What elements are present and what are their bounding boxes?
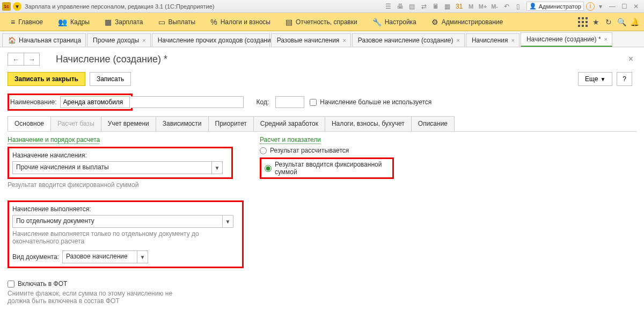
exec-note: Начисление выполняется только по отдельн… [12, 230, 227, 245]
inner-tab-priority[interactable]: Приоритет [208, 116, 254, 131]
save-button[interactable]: Записать [90, 72, 131, 86]
inner-tab-main[interactable]: Основное [8, 116, 51, 131]
maximize-icon[interactable]: ☐ [619, 2, 629, 11]
action-toolbar: Записать и закрыть Записать Еще▼ ? [8, 72, 636, 86]
info-chevron-icon[interactable]: ▾ [596, 2, 605, 11]
assign-select[interactable]: Прочие начисления и выплаты ▼ [12, 161, 223, 174]
close-icon[interactable]: × [457, 37, 460, 44]
name-input[interactable] [60, 96, 130, 108]
tab-onetime-accrual-create[interactable]: Разовое начисление (создание)× [352, 33, 465, 47]
compare-icon[interactable]: ⇄ [419, 2, 429, 11]
history-icon[interactable]: ↻ [602, 18, 615, 26]
right-column: Расчет и показатели Результат рассчитыва… [260, 136, 496, 305]
close-icon[interactable]: × [342, 37, 346, 44]
home-icon: 🏠 [8, 37, 16, 44]
not-used-label: Начисление больше не используется [320, 98, 431, 106]
table-icon: ▦ [105, 18, 112, 26]
window-title: Зарплата и управление персоналом, редакц… [25, 3, 214, 10]
exec-label: Начисление выполняется: [12, 205, 239, 213]
chevron-down-icon[interactable]: ▼ [222, 216, 233, 227]
chevron-down-icon: ▼ [600, 76, 605, 82]
user-chip[interactable]: 👤 Администратор [526, 2, 584, 11]
star-icon[interactable]: ★ [589, 18, 602, 26]
doctype-select[interactable]: Разовое начисление ▼ [62, 250, 148, 263]
menu-reports[interactable]: ▤Отчетность, справки [278, 13, 365, 31]
close-icon[interactable]: × [142, 37, 145, 44]
radio-calculated-label: Результат рассчитывается [270, 147, 349, 154]
app-logo-icon: 1c [2, 2, 11, 11]
name-row: Наименование: Код: Начисление больше не … [8, 94, 636, 111]
inner-tab-time[interactable]: Учет времени [101, 116, 156, 131]
doctype-value: Разовое начисление [63, 251, 137, 263]
inner-tabstrip: Основное Расчет базы Учет времени Зависи… [8, 116, 636, 132]
calendar-31-icon[interactable]: 31 [455, 2, 464, 11]
more-button[interactable]: Еще▼ [578, 72, 612, 86]
m-memory-icon[interactable]: M [466, 2, 476, 11]
name-input-ext[interactable] [131, 96, 244, 108]
window-titlebar: 1c ▾ Зарплата и управление персоналом, р… [0, 0, 644, 13]
page-title: Начисление (создание) * [56, 54, 625, 65]
nav-forward-button[interactable]: → [24, 53, 40, 66]
tab-onetime-accruals[interactable]: Разовые начисления× [271, 33, 351, 47]
minimize-icon[interactable]: — [608, 2, 617, 11]
left-column: Назначение и порядок расчета Назначение … [8, 136, 244, 305]
inner-tab-avg[interactable]: Средний заработок [253, 116, 325, 131]
menu-admin[interactable]: ⚙Администрирование [424, 13, 510, 31]
tab-other-income[interactable]: Прочие доходы× [87, 33, 151, 47]
save-and-close-button[interactable]: Записать и закрыть [8, 72, 85, 86]
user-icon: 👤 [529, 3, 537, 10]
m-plus-icon[interactable]: M+ [478, 2, 488, 11]
print-preview-icon[interactable]: ☰ [384, 2, 393, 11]
clipboard-icon[interactable]: ▯ [514, 2, 523, 11]
menu-personnel[interactable]: 👥Кадры [50, 13, 97, 31]
chevron-down-icon[interactable]: ▼ [137, 251, 148, 263]
close-window-icon[interactable]: ✕ [631, 2, 641, 11]
history-back-icon[interactable]: ↶ [502, 2, 511, 11]
save-icon[interactable]: ▤ [407, 2, 417, 11]
calculator-icon[interactable]: 🖩 [431, 2, 441, 11]
percent-icon: % [210, 18, 217, 26]
print-icon[interactable]: 🖶 [396, 2, 405, 11]
info-icon[interactable]: i [586, 2, 595, 11]
tab-accruals[interactable]: Начисления× [466, 33, 519, 47]
radio-fixed-label: Результат вводится фиксированной суммой [275, 161, 389, 176]
close-icon[interactable]: × [604, 36, 608, 42]
nav-back-button[interactable]: ← [8, 53, 24, 66]
inner-tab-deps[interactable]: Зависимости [156, 116, 209, 131]
menu-salary[interactable]: ▦Зарплата [97, 13, 151, 31]
help-button[interactable]: ? [617, 72, 632, 86]
app-menu-dropdown[interactable]: ▾ [13, 2, 21, 11]
radio-calculated-row: Результат рассчитывается [260, 147, 496, 154]
fot-label: Включать в ФОТ [18, 280, 67, 288]
name-label: Наименование: [10, 98, 57, 106]
menu-main[interactable]: ≡Главное [3, 13, 50, 31]
menu-taxes[interactable]: %Налоги и взносы [203, 13, 278, 31]
highlight-name: Наименование: [8, 94, 133, 111]
apps-grid-icon[interactable] [576, 17, 589, 27]
people-icon: 👥 [58, 18, 67, 26]
close-icon[interactable]: × [511, 37, 515, 44]
calendar-icon[interactable]: ▦ [443, 2, 452, 11]
chevron-down-icon[interactable]: ▼ [211, 162, 222, 174]
close-content-icon[interactable]: × [625, 54, 636, 64]
radio-calculated[interactable] [260, 147, 267, 154]
menu-settings[interactable]: 🔧Настройка [365, 13, 424, 31]
not-used-checkbox[interactable] [310, 99, 317, 106]
exec-select[interactable]: По отдельному документу ▼ [12, 215, 233, 228]
inner-tab-desc[interactable]: Описание [411, 116, 455, 131]
section-assignment: Назначение и порядок расчета [8, 136, 244, 143]
content-header: ← → Начисление (создание) * × [8, 53, 636, 66]
inner-tab-taxes[interactable]: Налоги, взносы, бухучет [325, 116, 412, 131]
m-minus-icon[interactable]: M- [490, 2, 500, 11]
home-lines-icon: ≡ [11, 18, 15, 26]
tab-home[interactable]: 🏠Начальная страница [2, 33, 86, 47]
code-input[interactable] [275, 96, 304, 108]
radio-fixed[interactable] [265, 165, 272, 172]
menu-payouts[interactable]: ▭Выплаты [151, 13, 203, 31]
tab-other-income-create[interactable]: Начисление прочих доходов (создание) *× [152, 33, 270, 47]
tab-accrual-create[interactable]: Начисление (создание) *× [521, 32, 612, 47]
inner-tab-base[interactable]: Расчет базы [50, 116, 101, 131]
search-icon[interactable]: 🔍 [615, 18, 628, 26]
bell-icon[interactable]: 🔔 [628, 18, 641, 26]
fot-checkbox[interactable] [8, 281, 14, 288]
